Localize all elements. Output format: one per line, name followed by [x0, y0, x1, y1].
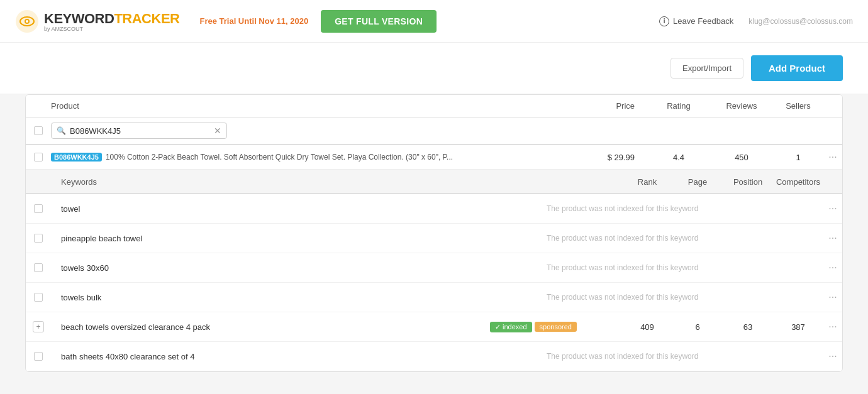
col-price-label: Price: [572, 101, 647, 111]
kw-add-icon-5[interactable]: +: [33, 321, 44, 332]
checkmark-icon: ✓: [495, 323, 501, 331]
logo-text: KEYWORD TRACKER by AMZSCOUT: [44, 11, 179, 32]
kw-checkbox-3[interactable]: [34, 263, 43, 272]
kw-more-menu-5[interactable]: ···: [823, 321, 842, 332]
header: KEYWORD TRACKER by AMZSCOUT Free Trial U…: [0, 0, 868, 43]
badges-cell-5: ✓ indexed sponsored: [490, 322, 622, 332]
keyword-row-4: towels bulk The product was not indexed …: [26, 283, 842, 312]
leave-feedback-link[interactable]: i Leave Feedback: [659, 16, 733, 26]
product-table-header: Product Price Rating Reviews Sellers: [26, 95, 842, 118]
products-table: Product Price Rating Reviews Sellers 🔍 ✕: [25, 94, 843, 372]
product-search-input[interactable]: [70, 126, 211, 136]
kw-rank-5: 409: [622, 322, 672, 332]
product-more-menu[interactable]: ···: [823, 151, 842, 163]
keyword-row-5: + beach towels oversized clearance 4 pac…: [26, 312, 842, 342]
product-search-box[interactable]: 🔍 ✕: [51, 123, 227, 139]
product-price: $ 29.99: [572, 153, 647, 162]
logo-tracker: TRACKER: [114, 11, 179, 27]
kw-more-menu-3[interactable]: ···: [823, 262, 842, 273]
svg-point-3: [26, 20, 28, 23]
keyword-name-1: towel: [51, 204, 547, 214]
col-rating-label: Rating: [647, 101, 710, 111]
kw-checkbox-2[interactable]: [34, 234, 43, 243]
logo-sub: by AMZSCOUT: [44, 26, 179, 32]
not-indexed-msg-2: The product was not indexed for this key…: [547, 234, 823, 243]
logo-keyword: KEYWORD: [44, 11, 114, 27]
product-title: 100% Cotton 2-Pack Beach Towel. Soft Abs…: [106, 153, 453, 161]
keyword-name-2: pineapple beach towel: [51, 234, 547, 243]
product-checkbox[interactable]: [34, 126, 43, 135]
keyword-row-1: towel The product was not indexed for th…: [26, 194, 842, 224]
product-reviews: 450: [710, 153, 773, 162]
keywords-table-header: Keywords Rank Page Position Competitors: [26, 170, 842, 194]
col-competitors-label: Competitors: [773, 177, 823, 187]
col-keywords-label: Keywords: [51, 177, 547, 187]
kw-checkbox-1[interactable]: [34, 204, 43, 213]
logo-icon: [15, 9, 39, 33]
export-import-button[interactable]: Export/Import: [670, 58, 743, 79]
product-sellers: 1: [773, 153, 823, 162]
kw-more-menu-4[interactable]: ···: [823, 292, 842, 303]
product-row: B086WKK4J5 100% Cotton 2-Pack Beach Towe…: [26, 145, 842, 170]
trial-text: Free Trial Until Nov 11, 2020: [199, 16, 308, 26]
not-indexed-msg-3: The product was not indexed for this key…: [547, 263, 823, 272]
toolbar-area: Export/Import Add Product: [0, 43, 868, 94]
header-right: i Leave Feedback klug@colossus@colossus.…: [659, 16, 853, 26]
product-row-checkbox[interactable]: [34, 153, 43, 161]
clear-search-icon[interactable]: ✕: [214, 126, 221, 136]
search-icon: 🔍: [57, 126, 66, 135]
keyword-row-2: pineapple beach towel The product was no…: [26, 224, 842, 253]
not-indexed-msg-4: The product was not indexed for this key…: [547, 293, 823, 302]
get-full-version-button[interactable]: GET FULL VERSION: [321, 10, 437, 33]
asin-badge: B086WKK4J5: [51, 153, 102, 161]
kw-more-menu-2[interactable]: ···: [823, 233, 842, 244]
col-reviews-label: Reviews: [710, 101, 773, 111]
keyword-row-6: bath sheets 40x80 clearance set of 4 The…: [26, 342, 842, 371]
kw-page-5: 6: [672, 322, 723, 332]
sponsored-badge: sponsored: [535, 322, 577, 332]
info-icon: i: [659, 16, 669, 26]
keyword-name-4: towels bulk: [51, 293, 547, 302]
col-rank-label: Rank: [622, 177, 672, 187]
keyword-row-3: towels 30x60 The product was not indexed…: [26, 253, 842, 283]
not-indexed-msg-1: The product was not indexed for this key…: [547, 204, 823, 213]
product-search-row: 🔍 ✕: [26, 118, 842, 145]
keyword-name-3: towels 30x60: [51, 263, 547, 273]
main-content: Product Price Rating Reviews Sellers 🔍 ✕: [0, 94, 868, 385]
leave-feedback-label: Leave Feedback: [673, 16, 733, 26]
kw-position-5: 63: [723, 322, 773, 332]
kw-checkbox-4[interactable]: [34, 293, 43, 302]
col-product-label: Product: [51, 101, 572, 111]
indexed-badge: ✓ indexed: [490, 322, 532, 332]
add-product-button[interactable]: Add Product: [751, 55, 843, 81]
kw-competitors-5: 387: [773, 322, 823, 332]
kw-checkbox-6[interactable]: [34, 352, 43, 361]
keyword-name-6: bath sheets 40x80 clearance set of 4: [51, 352, 547, 361]
user-email: klug@colossus@colossus.com: [748, 17, 853, 26]
not-indexed-msg-6: The product was not indexed for this key…: [547, 352, 823, 361]
col-sellers-label: Sellers: [773, 101, 823, 111]
product-rating: 4.4: [647, 153, 710, 162]
kw-more-menu-6[interactable]: ···: [823, 351, 842, 362]
kw-more-menu-1[interactable]: ···: [823, 203, 842, 214]
col-page-label: Page: [672, 177, 723, 187]
keyword-name-5: beach towels oversized clearance 4 pack: [51, 322, 490, 332]
col-position-label: Position: [723, 177, 773, 187]
logo: KEYWORD TRACKER by AMZSCOUT: [15, 9, 179, 33]
